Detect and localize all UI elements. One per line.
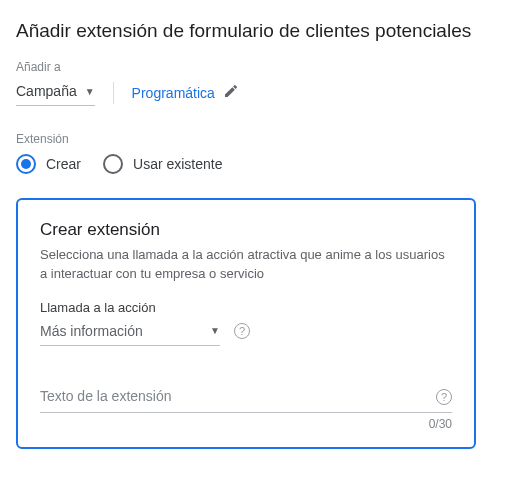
vertical-divider bbox=[113, 82, 114, 104]
radio-existing[interactable]: Usar existente bbox=[103, 154, 222, 174]
extension-section: Extensión Crear Usar existente bbox=[16, 132, 492, 174]
card-title: Crear extensión bbox=[40, 220, 452, 240]
radio-existing-label: Usar existente bbox=[133, 156, 222, 172]
input-underline bbox=[40, 412, 452, 413]
cta-label: Llamada a la acción bbox=[40, 300, 452, 315]
char-counter: 0/30 bbox=[40, 417, 452, 431]
help-text-icon[interactable]: ? bbox=[436, 389, 452, 405]
extension-radio-group: Crear Usar existente bbox=[16, 154, 492, 174]
extension-text-input[interactable] bbox=[40, 384, 424, 410]
help-cta-icon[interactable]: ? bbox=[234, 323, 250, 339]
cta-row: Más información ▼ ? bbox=[40, 317, 452, 346]
page-title: Añadir extensión de formulario de client… bbox=[16, 20, 492, 42]
programmatic-link[interactable]: Programática bbox=[132, 83, 239, 102]
programmatic-label: Programática bbox=[132, 85, 215, 101]
add-to-label: Añadir a bbox=[16, 60, 492, 74]
radio-unselected-icon bbox=[103, 154, 123, 174]
cta-select[interactable]: Más información ▼ bbox=[40, 317, 220, 346]
add-to-dropdown[interactable]: Campaña ▼ bbox=[16, 79, 95, 106]
add-to-value: Campaña bbox=[16, 83, 77, 99]
cta-value: Más información bbox=[40, 323, 143, 339]
add-to-row: Campaña ▼ Programática bbox=[16, 79, 492, 106]
chevron-down-icon: ▼ bbox=[210, 325, 220, 336]
radio-create[interactable]: Crear bbox=[16, 154, 81, 174]
radio-selected-icon bbox=[16, 154, 36, 174]
create-extension-card: Crear extensión Selecciona una llamada a… bbox=[16, 198, 476, 449]
extension-label: Extensión bbox=[16, 132, 492, 146]
radio-create-label: Crear bbox=[46, 156, 81, 172]
pencil-icon bbox=[223, 83, 239, 102]
chevron-down-icon: ▼ bbox=[85, 86, 95, 97]
extension-text-row: ? bbox=[40, 384, 452, 410]
card-description: Selecciona una llamada a la acción atrac… bbox=[40, 246, 452, 284]
